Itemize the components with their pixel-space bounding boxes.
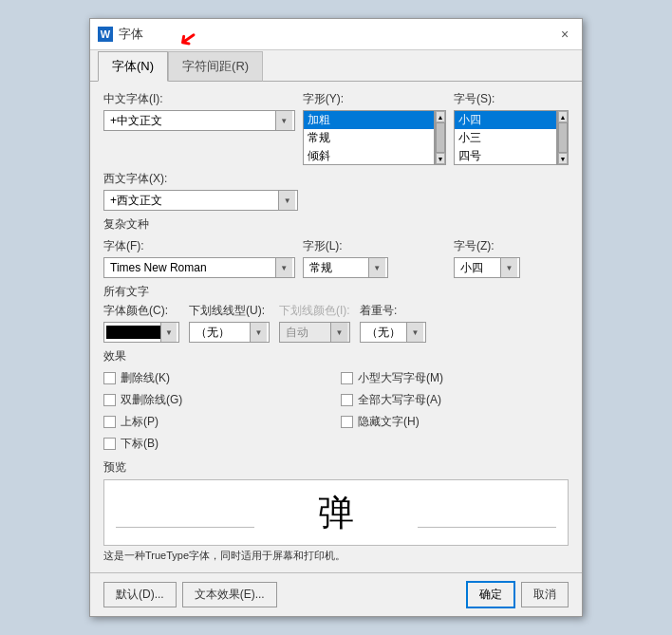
preview-title: 预览 (103, 459, 569, 476)
complex-font-dropdown-btn[interactable]: ▼ (275, 258, 292, 277)
preview-section: 预览 弹 这是一种TrueType字体，同时适用于屏幕和打印机。 (103, 459, 569, 563)
subscript-label: 下标(B) (121, 436, 159, 452)
superscript-row: 上标(P) (103, 412, 331, 432)
western-font-label: 西文字体(X): (103, 171, 298, 187)
complex-size-label: 字号(Z): (454, 238, 569, 254)
title-left: W 字体 (98, 26, 143, 43)
size-scroll-up[interactable]: ▲ (558, 111, 568, 122)
underline-color-group: 下划线颜色(I): 自动 ▼ (279, 303, 350, 343)
size-listbox-container: 小四 小三 四号 小四 ▲ ▼ (454, 110, 569, 165)
effects-grid: 删除线(K) 小型大写字母(M) 双删除线(G) 全部大写字母(A) 上标(P) (103, 368, 569, 454)
complex-title: 复杂文种 (103, 216, 569, 233)
emphasis-value: （无） (363, 325, 406, 341)
chinese-font-combo[interactable]: +中文正文 ▼ (103, 110, 295, 131)
complex-font-value: Times New Roman (106, 261, 275, 274)
size-item-3[interactable]: 四号 (455, 147, 556, 165)
underline-color-value: 自动 (282, 325, 330, 341)
size-label: 字号(S): (454, 91, 569, 107)
alltext-row: 字体颜色(C): ▼ 下划线线型(U): （无） ▼ 下划线颜色(I): (103, 303, 569, 343)
complex-style-group: 字形(L): 常规 ▼ (303, 238, 446, 278)
style-item-bold[interactable]: 加粗 (304, 111, 434, 129)
size-scroll-thumb[interactable] (558, 122, 568, 153)
dialog-footer: 默认(D)... 文本效果(E)... 确定 取消 (90, 572, 582, 616)
alltext-section: 所有文字 字体颜色(C): ▼ 下划线线型(U): （无） ▼ (103, 284, 569, 343)
small-caps-row: 小型大写字母(M) (341, 368, 569, 388)
size-item-2[interactable]: 小三 (455, 129, 556, 147)
effects-title: 效果 (103, 348, 569, 364)
all-caps-checkbox[interactable] (341, 394, 353, 406)
style-scrollbar[interactable]: ▲ ▼ (435, 110, 446, 165)
size-scrollbar[interactable]: ▲ ▼ (557, 110, 569, 165)
western-font-row: 西文字体(X): +西文正文 ▼ (103, 171, 569, 211)
font-color-swatch (106, 326, 160, 339)
style-scroll-down[interactable]: ▼ (436, 153, 445, 164)
style-item-italic[interactable]: 倾斜 (304, 147, 434, 165)
underline-color-combo[interactable]: 自动 ▼ (279, 322, 350, 343)
subscript-checkbox[interactable] (103, 438, 116, 450)
complex-style-value: 常规 (306, 260, 368, 276)
style-item-regular[interactable]: 常规 (304, 129, 434, 147)
chinese-font-dropdown-btn[interactable]: ▼ (275, 111, 292, 130)
style-group: 字形(Y): 加粗 常规 倾斜 加粗 ▲ ▼ (303, 91, 446, 165)
emphasis-label: 着重号: (360, 303, 426, 319)
emphasis-combo[interactable]: （无） ▼ (360, 322, 426, 343)
dialog-titlebar: W 字体 × (90, 19, 582, 50)
strikethrough-row: 删除线(K) (103, 368, 331, 388)
western-font-dropdown-btn[interactable]: ▼ (278, 191, 295, 210)
tab-char-spacing[interactable]: 字符间距(R) ➜ (168, 51, 263, 82)
all-caps-row: 全部大写字母(A) (341, 390, 569, 410)
font-color-dropdown-btn[interactable]: ▼ (160, 323, 177, 342)
size-scroll-down[interactable]: ▼ (558, 153, 568, 164)
complex-style-dropdown-btn[interactable]: ▼ (368, 258, 385, 277)
strikethrough-label: 删除线(K) (121, 370, 170, 386)
western-font-value: +西文正文 (106, 193, 278, 209)
style-listbox-container: 加粗 常规 倾斜 加粗 ▲ ▼ (303, 110, 446, 165)
font-color-group: 字体颜色(C): ▼ (103, 303, 179, 343)
ok-button[interactable]: 确定 (466, 581, 515, 608)
strikethrough-checkbox[interactable] (103, 372, 116, 384)
emphasis-dropdown-btn[interactable]: ▼ (406, 323, 423, 342)
style-listbox[interactable]: 加粗 常规 倾斜 加粗 (303, 110, 435, 165)
superscript-checkbox[interactable] (103, 416, 116, 428)
hidden-checkbox[interactable] (341, 416, 353, 428)
size-listbox[interactable]: 小四 小三 四号 小四 (454, 110, 557, 165)
complex-size-combo[interactable]: 小四 ▼ (454, 257, 520, 278)
preview-char: 弹 (318, 489, 354, 537)
underline-color-dropdown-btn[interactable]: ▼ (330, 323, 347, 342)
all-caps-label: 全部大写字母(A) (358, 392, 441, 408)
size-group: 字号(S): 小四 小三 四号 小四 ▲ ▼ (454, 91, 569, 165)
underline-style-label: 下划线线型(U): (189, 303, 270, 319)
text-effects-button[interactable]: 文本效果(E)... (182, 582, 277, 607)
small-caps-checkbox[interactable] (341, 372, 353, 384)
complex-size-dropdown-btn[interactable]: ▼ (500, 258, 517, 277)
preview-box: 弹 (103, 479, 569, 546)
western-font-combo[interactable]: +西文正文 ▼ (103, 190, 298, 211)
preview-line-right (418, 527, 556, 528)
underline-color-label: 下划线颜色(I): (279, 303, 350, 319)
chinese-font-label: 中文字体(I): (103, 91, 295, 107)
underline-style-dropdown-btn[interactable]: ▼ (250, 323, 267, 342)
cancel-button[interactable]: 取消 (521, 582, 569, 607)
small-caps-label: 小型大写字母(M) (358, 370, 443, 386)
style-scroll-up[interactable]: ▲ (436, 111, 445, 122)
style-scroll-thumb[interactable] (436, 122, 445, 153)
preview-line-left (116, 527, 254, 528)
font-color-combo[interactable]: ▼ (103, 322, 179, 343)
font-dialog: W 字体 × 字体(N) 字符间距(R) ➜ 中文字体(I): +中文正文 ▼ (89, 18, 583, 617)
size-item-1[interactable]: 小四 (455, 111, 556, 129)
superscript-label: 上标(P) (121, 414, 159, 430)
default-button[interactable]: 默认(D)... (103, 582, 177, 607)
underline-style-combo[interactable]: （无） ▼ (189, 322, 270, 343)
chinese-font-row: 中文字体(I): +中文正文 ▼ 字形(Y): 加粗 常规 倾斜 加粗 ▲ (103, 91, 569, 165)
complex-style-combo[interactable]: 常规 ▼ (303, 257, 388, 278)
alltext-title: 所有文字 (103, 284, 569, 300)
complex-size-value: 小四 (457, 260, 500, 276)
dialog-body: 中文字体(I): +中文正文 ▼ 字形(Y): 加粗 常规 倾斜 加粗 ▲ (90, 82, 582, 572)
complex-font-combo[interactable]: Times New Roman ▼ (103, 257, 295, 278)
western-font-group: 西文字体(X): +西文正文 ▼ (103, 171, 298, 211)
close-button[interactable]: × (555, 25, 574, 44)
style-label: 字形(Y): (303, 91, 446, 107)
double-strikethrough-checkbox[interactable] (103, 394, 116, 406)
tab-font[interactable]: 字体(N) (98, 51, 168, 82)
tab-bar: 字体(N) 字符间距(R) ➜ (90, 50, 582, 82)
